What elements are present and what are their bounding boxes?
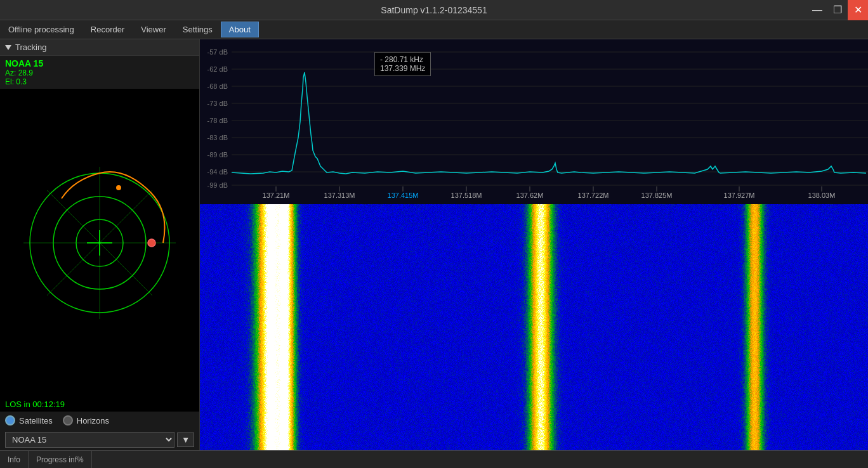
svg-text:137.518M: 137.518M	[451, 192, 482, 199]
svg-text:-94 dB: -94 dB	[207, 168, 228, 176]
minimize-button[interactable]: —	[807, 0, 827, 20]
view-toggles: Satellites Horizons	[0, 412, 199, 429]
horizons-dot	[63, 415, 73, 426]
tracking-label: Tracking	[15, 42, 46, 52]
satellites-dot	[5, 415, 15, 426]
waterfall-canvas	[200, 204, 868, 450]
spectrum-area: -57 dB -62 dB -68 dB -73 dB -78 dB -83 d…	[200, 39, 868, 204]
menu-recorder[interactable]: Recorder	[82, 22, 133, 37]
satellite-dropdown[interactable]: NOAA 15	[5, 432, 174, 448]
satellite-info: NOAA 15 Az: 28.9 El: 0.3	[0, 56, 199, 89]
right-panel: -57 dB -62 dB -68 dB -73 dB -78 dB -83 d…	[200, 39, 868, 450]
svg-point-10	[148, 239, 155, 247]
satellite-name: NOAA 15	[5, 58, 194, 68]
left-panel: Tracking NOAA 15 Az: 28.9 El: 0.3	[0, 39, 200, 450]
svg-text:137.313M: 137.313M	[324, 192, 355, 199]
svg-text:137.825M: 137.825M	[641, 192, 673, 199]
menu-about[interactable]: About	[221, 22, 259, 37]
titlebar: SatDump v1.1.2-01234551 — ❐ ✕	[0, 0, 868, 20]
menubar: Offline processing Recorder Viewer Setti…	[0, 20, 868, 39]
dropdown-arrow-icon[interactable]: ▼	[177, 432, 194, 447]
tracking-collapse-icon[interactable]	[5, 45, 11, 50]
svg-text:-73 dB: -73 dB	[207, 100, 228, 107]
svg-text:137.21M: 137.21M	[263, 192, 290, 199]
los-text: LOS in 00:12:19	[5, 400, 65, 409]
maximize-button[interactable]: ❐	[827, 0, 848, 20]
horizons-label: Horizons	[77, 416, 109, 426]
menu-settings[interactable]: Settings	[174, 22, 221, 37]
statusbar: Info Progress inf%	[0, 450, 868, 468]
main-content: Tracking NOAA 15 Az: 28.9 El: 0.3	[0, 39, 868, 450]
progress-status: Progress inf%	[29, 451, 92, 468]
satellite-el: El: 0.3	[5, 77, 194, 86]
svg-point-11	[116, 185, 121, 190]
horizons-toggle[interactable]: Horizons	[63, 415, 109, 426]
menu-offline-processing[interactable]: Offline processing	[0, 22, 82, 37]
satellite-az: Az: 28.9	[5, 68, 194, 77]
svg-text:-78 dB: -78 dB	[207, 117, 228, 124]
polar-plot	[0, 89, 199, 397]
spectrum-svg: -57 dB -62 dB -68 dB -73 dB -78 dB -83 d…	[200, 39, 868, 204]
info-status: Info	[0, 451, 29, 468]
waterfall-area	[200, 204, 868, 450]
svg-text:137.927M: 137.927M	[724, 192, 755, 199]
svg-text:-62 dB: -62 dB	[207, 65, 228, 73]
window-controls: — ❐ ✕	[807, 0, 868, 20]
svg-text:-99 dB: -99 dB	[207, 181, 228, 189]
svg-text:-83 dB: -83 dB	[207, 134, 228, 141]
satellites-toggle[interactable]: Satellites	[5, 415, 53, 426]
close-button[interactable]: ✕	[848, 0, 868, 20]
menu-viewer[interactable]: Viewer	[133, 22, 174, 37]
polar-plot-svg	[17, 160, 182, 325]
svg-text:-57 dB: -57 dB	[207, 48, 228, 56]
svg-text:137.62M: 137.62M	[516, 192, 544, 199]
svg-text:-89 dB: -89 dB	[207, 151, 228, 159]
svg-text:138.03M: 138.03M	[808, 192, 836, 199]
satellites-label: Satellites	[19, 416, 53, 426]
tracking-header: Tracking	[0, 39, 199, 56]
svg-text:-68 dB: -68 dB	[207, 82, 228, 90]
los-info: LOS in 00:12:19	[0, 397, 199, 412]
svg-text:137.415M: 137.415M	[388, 192, 419, 199]
satellite-select-row: NOAA 15 ▼	[0, 429, 199, 450]
app-title: SatDump v1.1.2-01234551	[381, 5, 487, 15]
svg-text:137.722M: 137.722M	[578, 192, 609, 199]
